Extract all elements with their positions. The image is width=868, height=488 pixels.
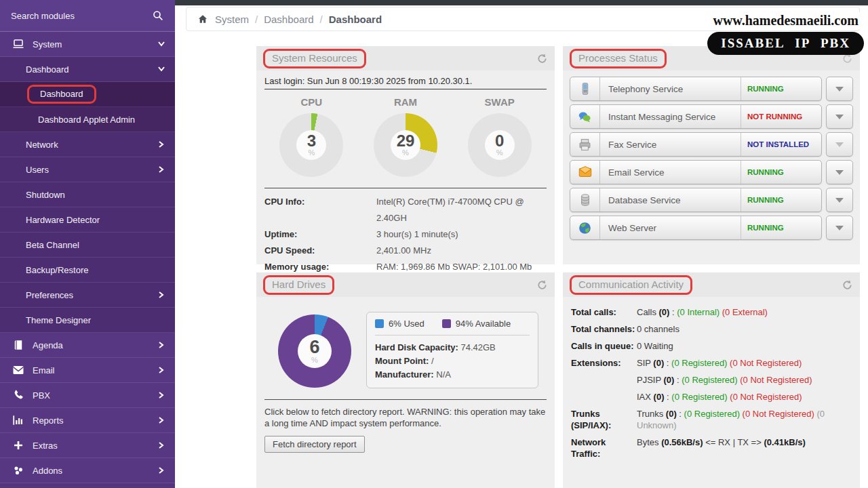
sidebar-item-label: PBX [33,390,50,401]
info-value: Intel(R) Core(TM) i7-4700MQ CPU @ 2.40GH [376,194,547,226]
sidebar-item-pbx[interactable]: PBX [0,383,175,408]
resource-gauges: CPU 3% RAM 29% SWAP 0% [264,96,547,177]
service-row-email: Email Service RUNNING [570,160,853,184]
breadcrumb-item-system[interactable]: System [215,14,249,25]
legend-item-available: 94% Available [442,319,511,329]
breadcrumb-item-current: Dashboard [329,14,382,25]
service-dropdown-button[interactable] [826,132,853,157]
stat-row-calls-in-queue: Calls in queue: 0 Waiting [571,340,852,352]
sidebar-item-users[interactable]: Users [0,157,175,182]
watermark: www.hamedesmaeili.com ISSABEL IP PBX [707,12,864,55]
sidebar-item-addons[interactable]: Addons [0,458,175,483]
search-input[interactable] [11,11,152,21]
module-search[interactable] [0,0,175,32]
envelope-icon [12,364,24,376]
stat-row-extensions-iax: IAX (0) : (0 Registered) (0 Not Register… [571,391,852,403]
service-dropdown-button[interactable] [826,216,853,240]
divider [375,335,530,336]
refresh-icon[interactable] [842,279,853,291]
ram-gauge: RAM 29% [374,96,437,177]
home-icon[interactable] [197,14,208,24]
chevron-right-icon [157,366,165,374]
disk-usage-donut: 6% [278,314,351,388]
watermark-url: www.hamedesmaeili.com [707,12,863,29]
chevron-right-icon [157,416,165,424]
sidebar-item-shutdown[interactable]: Shutdown [0,182,175,207]
sidebar-item-label: Dashboard [40,89,83,99]
sidebar-item-dashboard-group[interactable]: Dashboard [0,57,175,82]
top-dark-bar [175,0,868,5]
service-name: Instant Messaging Service [600,105,741,128]
service-dropdown-button[interactable] [826,160,853,184]
mobile-phone-icon [570,77,600,100]
chevron-right-icon [157,466,165,474]
refresh-icon[interactable] [536,53,548,64]
stat-label: Calls in queue: [571,340,637,352]
breadcrumb-separator: / [320,14,323,25]
sidebar-item-backup-restore[interactable]: Backup/Restore [0,258,175,283]
sidebar-item-hardware-detector[interactable]: Hardware Detector [0,207,175,232]
stat-value: IAX (0) : (0 Registered) (0 Not Register… [637,391,852,403]
gauge-label: SWAP [485,96,515,108]
annotation-box: Hard Drives [263,275,334,295]
refresh-icon[interactable] [536,279,548,291]
sidebar-item-extras[interactable]: Extras [0,433,175,458]
chevron-right-icon [157,341,165,349]
breadcrumb-separator: / [255,14,258,25]
fetch-directory-report-button[interactable]: Fetch directory report [264,436,365,453]
table-row: CPU Info: Intel(R) Core(TM) i7-4700MQ CP… [264,194,547,226]
panel-header: System Resources [256,46,555,70]
search-icon[interactable] [152,9,164,22]
table-row: CPU Speed: 2,401.00 MHz [264,243,547,259]
sidebar-item-preferences[interactable]: Preferences [0,283,175,308]
service-dropdown-button[interactable] [826,104,853,129]
sidebar-item-beta-channel[interactable]: Beta Channel [0,232,175,258]
stat-value: SIP (0) : (0 Registered) (0 Not Register… [637,357,852,369]
disk-detail-row: Manufacturer: N/A [375,368,530,382]
processes-status-panel: Processes Status Telephony Service RUNNI… [563,46,860,264]
chevron-down-icon [157,65,165,73]
sidebar: System Dashboard Dashboard Dashboard App… [0,0,175,488]
sidebar-item-label: Addons [33,466,62,476]
annotation-box: Dashboard [27,85,96,104]
sidebar-item-dashboard[interactable]: Dashboard [0,82,175,107]
phone-icon [12,389,24,401]
disk-used-unit: % [311,356,318,364]
gauge-unit: % [402,148,409,157]
stat-row-total-calls: Total calls: Calls (0) : (0 Internal) (0… [571,306,852,318]
sidebar-item-network[interactable]: Network [0,132,175,157]
service-dropdown-button[interactable] [826,188,853,212]
status-badge: RUNNING [741,216,821,239]
gauge-label: RAM [394,96,417,108]
service-row-web-server: Web Server RUNNING [570,216,853,240]
panel-title: Communication Activity [578,279,684,290]
sidebar-item-reports[interactable]: Reports [0,408,175,433]
status-badge: RUNNING [741,77,821,100]
sidebar-item-label: Hardware Detector [26,215,100,225]
breadcrumb-item-dashboard[interactable]: Dashboard [264,14,313,25]
disk-detail-row: Hard Disk Capacity: 74.42GB [375,341,530,354]
stat-value: 0 channels [637,323,852,335]
divider [264,399,547,400]
stat-label: Network Traffic: [571,436,637,460]
sidebar-item-label: Users [26,165,49,175]
chevron-right-icon [157,291,165,299]
panel-title: System Resources [272,52,357,64]
laptop-icon [12,38,24,50]
service-row-fax: Fax Service NOT INSTALLED [570,132,853,157]
chevron-right-icon [157,391,165,399]
annotation-box: System Resources [263,49,366,68]
sidebar-item-email[interactable]: Email [0,358,175,383]
sidebar-item-theme-designer[interactable]: Theme Designer [0,308,175,333]
annotation-box: Communication Activity [570,275,692,295]
gauge-value: 3 [307,134,316,148]
stat-value: Calls (0) : (0 Internal) (0 External) [637,306,852,318]
dropdown-arrow-icon [835,115,844,119]
gauge-value: 0 [495,134,504,148]
system-info-table: CPU Info: Intel(R) Core(TM) i7-4700MQ CP… [264,194,547,275]
service-dropdown-button[interactable] [826,77,853,101]
sidebar-item-agenda[interactable]: Agenda [0,333,175,358]
service-row-instant-messaging: Instant Messaging Service NOT RUNNING [570,104,853,129]
sidebar-item-system[interactable]: System [0,32,175,57]
sidebar-item-dashboard-applet-admin[interactable]: Dashboard Applet Admin [0,107,175,132]
